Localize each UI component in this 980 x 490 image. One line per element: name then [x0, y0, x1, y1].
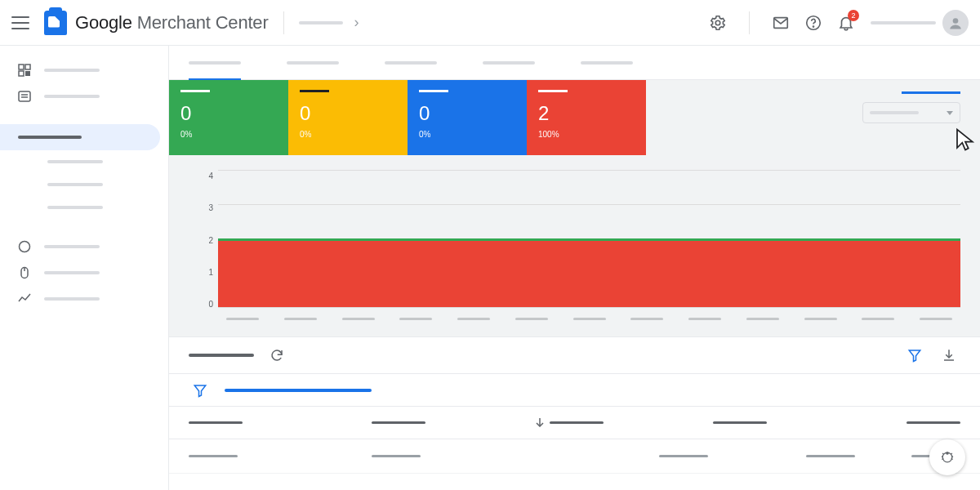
dashboard-area: 00% 00% 00% 2100% 43210	[169, 80, 980, 336]
card-active[interactable]: 00%	[169, 80, 288, 155]
svg-rect-5	[19, 65, 24, 69]
tab-3[interactable]	[385, 46, 437, 80]
filter-row	[169, 374, 980, 407]
merchant-tag-icon	[44, 11, 67, 35]
svg-line-20	[942, 453, 944, 455]
table-row[interactable]	[169, 439, 980, 474]
svg-rect-8	[25, 71, 30, 76]
mail-icon[interactable]	[766, 8, 795, 38]
breadcrumb[interactable]: ›	[299, 14, 359, 31]
nav-item-mouse[interactable]	[0, 260, 168, 286]
mouse-icon	[18, 266, 31, 279]
y-axis: 43210	[189, 170, 218, 322]
nav-item-pending[interactable]	[0, 234, 168, 260]
dashboard-controls	[862, 91, 960, 123]
toolbar-title	[189, 354, 254, 357]
col-1[interactable]	[189, 421, 243, 424]
active-indicator	[902, 91, 960, 94]
avatar[interactable]	[942, 10, 969, 36]
chevron-right-icon: ›	[354, 14, 359, 31]
side-nav	[0, 46, 168, 490]
card-expiring[interactable]: 00%	[408, 80, 527, 155]
download-icon[interactable]	[938, 344, 960, 367]
circle-outline-icon	[18, 240, 31, 253]
tab-2[interactable]	[287, 46, 339, 80]
settings-icon[interactable]	[703, 8, 733, 38]
nav-sub-3[interactable]	[0, 196, 168, 219]
svg-rect-7	[19, 71, 24, 76]
card-disapproved[interactable]: 2100%	[527, 80, 646, 155]
account-label[interactable]	[871, 21, 936, 24]
table-header	[169, 407, 980, 439]
tab-5[interactable]	[581, 46, 633, 80]
filter-icon[interactable]	[189, 379, 212, 402]
notifications-icon[interactable]: 2	[831, 8, 861, 38]
card-pending[interactable]: 00%	[288, 80, 408, 155]
date-range-dropdown[interactable]	[862, 102, 960, 123]
tab-4[interactable]	[483, 46, 535, 80]
svg-marker-15	[909, 350, 920, 362]
filter-icon[interactable]	[903, 344, 926, 367]
divider	[283, 11, 284, 34]
svg-point-4	[953, 18, 959, 24]
x-axis-ticks	[218, 318, 960, 320]
add-filter-link[interactable]	[225, 389, 372, 392]
svg-point-0	[715, 20, 720, 25]
app-header: Google Merchant Center › 2	[0, 0, 980, 46]
list-icon	[18, 90, 31, 103]
col-4[interactable]	[713, 421, 767, 424]
divider	[749, 11, 750, 34]
nav-item-selected[interactable]	[0, 124, 160, 150]
menu-icon[interactable]	[11, 14, 29, 32]
nav-item-2[interactable]	[0, 83, 168, 109]
svg-point-3	[813, 26, 813, 27]
nav-sub-2[interactable]	[0, 173, 168, 196]
svg-marker-16	[194, 385, 206, 397]
nav-overview[interactable]	[0, 57, 168, 83]
svg-rect-6	[25, 65, 30, 69]
help-icon[interactable]	[799, 8, 828, 38]
notification-badge: 2	[848, 10, 859, 21]
svg-point-12	[20, 242, 30, 252]
app-title: Google Merchant Center	[75, 12, 269, 33]
col-5[interactable]	[906, 421, 960, 424]
tab-1[interactable]	[189, 46, 241, 80]
svg-line-23	[951, 459, 953, 460]
sort-down-icon	[535, 416, 545, 430]
summary-cards: 00% 00% 00% 2100%	[169, 80, 980, 155]
nav-sub-1[interactable]	[0, 150, 168, 173]
refresh-icon[interactable]	[265, 344, 288, 367]
svg-line-21	[951, 453, 952, 455]
feedback-button[interactable]	[929, 439, 965, 475]
col-3-sorted[interactable]	[535, 416, 604, 430]
trend-chart: 43210	[189, 170, 960, 322]
main-content: 00% 00% 00% 2100% 43210	[168, 46, 980, 490]
list-toolbar	[169, 336, 980, 374]
trend-icon	[18, 292, 31, 305]
chart-plot	[218, 170, 960, 322]
app-logo[interactable]: Google Merchant Center	[44, 11, 269, 35]
tab-bar	[169, 46, 980, 80]
svg-line-22	[942, 459, 943, 460]
svg-rect-9	[19, 91, 30, 101]
svg-point-19	[947, 452, 948, 454]
dashboard-icon	[18, 64, 31, 77]
nav-item-performance[interactable]	[0, 286, 168, 312]
col-2[interactable]	[372, 421, 425, 424]
chevron-down-icon	[947, 111, 953, 115]
